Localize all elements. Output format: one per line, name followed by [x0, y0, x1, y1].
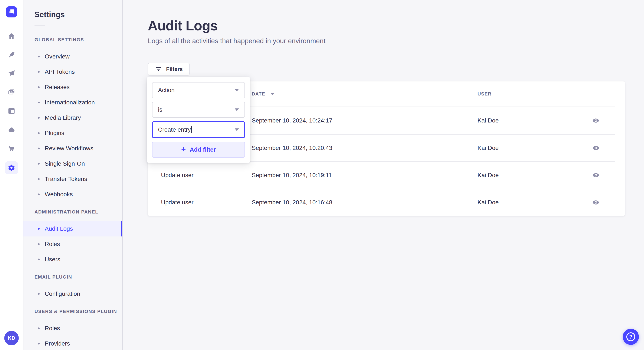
view-details-button[interactable]: [592, 198, 600, 207]
sort-desc-icon: [270, 93, 274, 95]
feather-icon: [8, 51, 15, 59]
view-details-button[interactable]: [592, 116, 600, 125]
chevron-down-icon: [235, 89, 239, 91]
main-content: Audit Logs Logs of all the activities th…: [123, 0, 644, 350]
sidebar-item-webhooks[interactable]: Webhooks: [24, 187, 122, 202]
sidebar-item-label: Single Sign-On: [45, 160, 85, 167]
section-label: GLOBAL SETTINGS: [34, 37, 122, 42]
sidebar-item-label: Providers: [45, 340, 70, 347]
sidebar-item-single-sign-on[interactable]: Single Sign-On: [24, 156, 122, 172]
question-mark-icon: ?: [626, 332, 635, 341]
sidebar-item-review-workflows[interactable]: Review Workflows: [24, 141, 122, 156]
sidebar-item-releases[interactable]: Releases: [24, 80, 122, 95]
section-global-settings: GLOBAL SETTINGS Overview API Tokens Rele…: [24, 37, 122, 202]
sidebar-item-media-library[interactable]: Media Library: [24, 110, 122, 126]
nav-item-home[interactable]: [8, 32, 15, 40]
bullet-icon: [38, 178, 40, 180]
nav-item-releases[interactable]: [8, 70, 15, 77]
view-details-button[interactable]: [592, 171, 600, 179]
cart-icon: [8, 145, 15, 152]
filter-value-text: Create entry: [158, 126, 191, 133]
filter-value-wrap: Create entry: [158, 126, 192, 133]
main-nav-rail: KD: [0, 0, 24, 350]
home-icon: [8, 32, 15, 40]
layout-icon: [8, 107, 15, 115]
nav-item-media-library[interactable]: [8, 88, 15, 96]
cell-date: September 10, 2024, 10:20:43: [252, 145, 478, 151]
sidebar-title: Settings: [34, 10, 122, 19]
column-header-user: USER: [478, 91, 587, 97]
filter-field-select[interactable]: Action: [152, 82, 245, 98]
chevron-down-icon: [235, 128, 239, 131]
sidebar-item-label: Review Workflows: [45, 145, 93, 152]
table-row: Update user September 10, 2024, 10:19:11…: [158, 161, 614, 189]
nav-item-content-type-builder[interactable]: [8, 107, 15, 115]
nav-item-marketplace[interactable]: [8, 145, 15, 152]
sidebar-divider: [34, 25, 45, 25]
sidebar-item-internationalization[interactable]: Internationalization: [24, 95, 122, 110]
sidebar-item-users[interactable]: Users: [24, 252, 122, 267]
sidebar-item-label: Audit Logs: [45, 225, 73, 232]
rail-bottom: KD: [0, 326, 23, 350]
section-label: USERS & PERMISSIONS PLUGIN: [34, 309, 122, 314]
sidebar-item-transfer-tokens[interactable]: Transfer Tokens: [24, 172, 122, 187]
sidebar-item-audit-logs[interactable]: Audit Logs: [24, 221, 122, 236]
cell-user: Kai Doe: [478, 145, 587, 151]
bullet-icon: [38, 163, 40, 165]
bullet-icon: [38, 328, 40, 329]
bullet-icon: [38, 56, 40, 57]
sidebar-item-overview[interactable]: Overview: [24, 49, 122, 64]
sidebar-item-label: Releases: [45, 84, 70, 91]
strapi-logo-icon: [7, 7, 16, 16]
sidebar-item-label: Configuration: [45, 291, 80, 297]
nav-item-settings[interactable]: [5, 161, 18, 174]
page-subtitle: Logs of all the activities that happened…: [148, 37, 644, 45]
section-users-permissions-plugin: USERS & PERMISSIONS PLUGIN Roles Provide…: [24, 309, 122, 350]
sidebar-item-label: Overview: [45, 53, 70, 60]
filter-field-value: Action: [158, 87, 175, 94]
page-title: Audit Logs: [148, 18, 644, 34]
eye-icon: [592, 117, 599, 124]
table-row: Update user September 10, 2024, 10:16:48…: [158, 189, 614, 216]
sidebar-item-providers[interactable]: Providers: [24, 336, 122, 350]
cell-date: September 10, 2024, 10:24:17: [252, 117, 478, 124]
nav-item-content-manager[interactable]: [8, 51, 15, 59]
bullet-icon: [38, 293, 40, 295]
bullet-icon: [38, 243, 40, 245]
sidebar-item-up-roles[interactable]: Roles: [24, 321, 122, 336]
add-filter-button[interactable]: + Add filter: [152, 142, 245, 158]
sidebar-item-api-tokens[interactable]: API Tokens: [24, 64, 122, 80]
eye-icon: [592, 145, 599, 151]
sidebar-item-roles[interactable]: Roles: [24, 236, 122, 252]
rail-icon-nav: [5, 24, 18, 174]
sidebar-item-label: Roles: [45, 241, 60, 247]
text-cursor: [191, 126, 192, 133]
eye-icon: [592, 172, 599, 178]
section-label: EMAIL PLUGIN: [34, 274, 122, 280]
sort-date-button[interactable]: [270, 92, 275, 96]
user-avatar[interactable]: KD: [4, 331, 19, 345]
section-administration-panel: ADMINISTRATION PANEL Audit Logs Roles Us…: [24, 209, 122, 267]
column-header-date-label: DATE: [252, 91, 265, 97]
filter-value-combobox[interactable]: Create entry: [152, 121, 245, 138]
sidebar-item-plugins[interactable]: Plugins: [24, 126, 122, 141]
view-details-button[interactable]: [592, 144, 600, 152]
filter-operator-select[interactable]: is: [152, 102, 245, 118]
bullet-icon: [38, 193, 40, 195]
sidebar-item-configuration[interactable]: Configuration: [24, 286, 122, 302]
filters-button-label: Filters: [166, 66, 183, 72]
bullet-icon: [38, 102, 40, 103]
sidebar-item-label: Plugins: [45, 130, 64, 137]
bullet-icon: [38, 228, 40, 230]
strapi-logo[interactable]: [6, 6, 17, 17]
filters-button[interactable]: Filters: [148, 63, 190, 75]
sidebar-item-label: Roles: [45, 325, 60, 332]
filter-operator-value: is: [158, 106, 162, 113]
gear-icon: [8, 164, 15, 172]
cell-action: Update user: [158, 172, 252, 178]
bullet-icon: [38, 86, 40, 88]
eye-icon: [592, 199, 599, 206]
help-button[interactable]: ?: [623, 329, 639, 345]
nav-item-cloud[interactable]: [8, 126, 15, 134]
sidebar-item-label: Transfer Tokens: [45, 176, 87, 182]
